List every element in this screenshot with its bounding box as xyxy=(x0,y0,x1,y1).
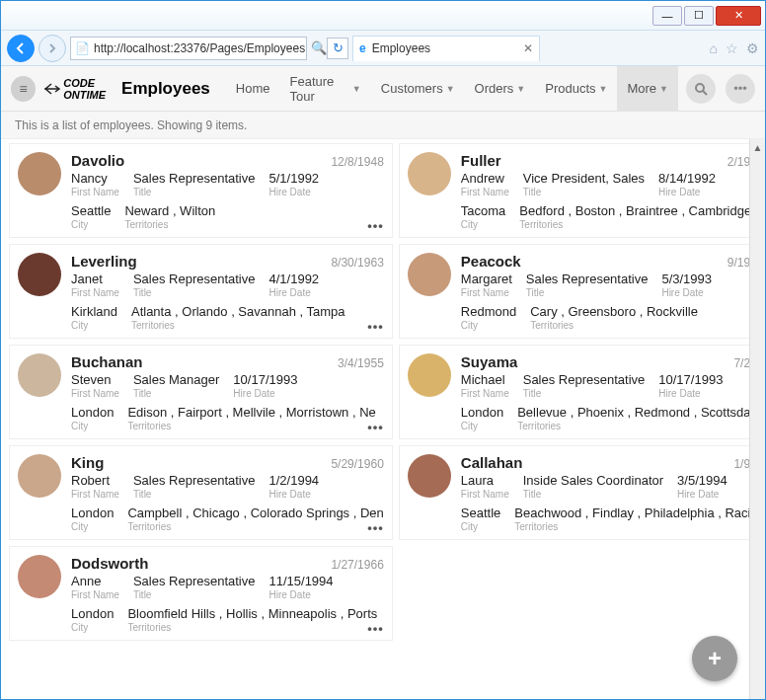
nav-orders[interactable]: Orders▼ xyxy=(465,66,536,112)
card-more-button[interactable]: ••• xyxy=(367,218,384,233)
territories: Bedford , Boston , Braintree , Cambridge… xyxy=(519,203,749,218)
window-close-button[interactable]: ✕ xyxy=(716,6,761,26)
favorites-icon[interactable]: ☆ xyxy=(726,40,738,56)
city: Redmond xyxy=(461,304,516,319)
first-name: Anne xyxy=(71,574,119,588)
app-logo: CODEONTIME xyxy=(43,77,106,101)
avatar xyxy=(18,555,61,598)
browser-chrome: 📄 http://localhost:23376/Pages/Employees… xyxy=(1,31,765,66)
city: London xyxy=(71,606,114,621)
hire-date: 5/3/1993 xyxy=(661,272,712,286)
more-button[interactable]: ••• xyxy=(726,74,755,104)
app-header: ≡ CODEONTIME Employees HomeFeature Tour▼… xyxy=(1,66,765,112)
city: London xyxy=(461,405,503,420)
employee-card[interactable]: Peacock9/19/1937MargaretFirst NameSales … xyxy=(399,244,749,339)
avatar xyxy=(18,454,61,498)
title: Sales Representative xyxy=(133,272,256,286)
tab-close-icon[interactable]: ✕ xyxy=(523,41,533,55)
first-name: Janet xyxy=(71,272,119,286)
employee-card[interactable]: Buchanan3/4/1955StevenFirst NameSales Ma… xyxy=(9,345,393,439)
list-status: This is a list of employees. Showing 9 i… xyxy=(1,112,765,139)
nav-feature-tour[interactable]: Feature Tour▼ xyxy=(280,66,371,112)
employee-card[interactable]: Suyama7/2/1963MichaelFirst NameSales Rep… xyxy=(399,345,749,439)
last-name: Buchanan xyxy=(71,353,143,370)
title: Sales Representative xyxy=(523,372,646,387)
card-more-button[interactable]: ••• xyxy=(367,319,384,334)
last-name: Callahan xyxy=(461,454,523,471)
birth-date: 1/9/1958 xyxy=(733,457,749,471)
chevron-down-icon: ▼ xyxy=(446,84,455,94)
tools-icon[interactable]: ⚙ xyxy=(746,40,759,56)
avatar xyxy=(408,152,451,195)
chevron-down-icon: ▼ xyxy=(352,84,361,94)
refresh-button[interactable]: ↻ xyxy=(327,38,348,59)
browser-back-button[interactable] xyxy=(7,35,35,62)
avatar xyxy=(18,152,61,195)
window-minimize-button[interactable]: — xyxy=(652,6,682,26)
avatar xyxy=(18,353,61,397)
employee-card[interactable]: King5/29/1960RobertFirst NameSales Repre… xyxy=(9,445,393,540)
title: Sales Representative xyxy=(133,473,256,488)
nav-products[interactable]: Products▼ xyxy=(535,66,617,112)
card-more-button[interactable]: ••• xyxy=(367,621,384,636)
territories: Neward , Wilton xyxy=(124,203,215,218)
browser-tab[interactable]: e Employees ✕ xyxy=(352,36,540,61)
city: London xyxy=(71,405,114,420)
address-bar[interactable]: 📄 http://localhost:23376/Pages/Employees… xyxy=(70,37,307,60)
first-name: Robert xyxy=(71,473,119,488)
window-titlebar: — ☐ ✕ xyxy=(1,1,765,31)
employee-card[interactable]: Callahan1/9/1958LauraFirst NameInside Sa… xyxy=(399,445,749,540)
scroll-up-icon[interactable]: ▲ xyxy=(750,139,765,155)
chevron-down-icon: ▼ xyxy=(599,84,608,94)
city: Seattle xyxy=(461,506,500,520)
title: Vice President, Sales xyxy=(523,171,645,186)
title: Sales Manager xyxy=(133,372,219,387)
browser-forward-button[interactable] xyxy=(38,35,66,62)
first-name: Andrew xyxy=(461,171,509,186)
territories: Campbell , Chicago , Colorado Springs , … xyxy=(127,506,383,520)
hire-date: 1/2/1994 xyxy=(268,473,319,488)
add-button[interactable]: + xyxy=(692,636,737,681)
first-name: Nancy xyxy=(71,171,119,186)
first-name: Laura xyxy=(461,473,509,488)
nav-more[interactable]: More▼ xyxy=(617,66,678,112)
birth-date: 2/19/1952 xyxy=(728,155,749,169)
birth-date: 3/4/1955 xyxy=(338,356,384,370)
title: Sales Representative xyxy=(133,171,256,186)
birth-date: 5/29/1960 xyxy=(331,457,383,471)
first-name: Michael xyxy=(461,372,509,387)
nav-customers[interactable]: Customers▼ xyxy=(371,66,465,112)
hire-date: 10/17/1993 xyxy=(233,372,297,387)
city: Tacoma xyxy=(461,203,506,218)
city: Seattle xyxy=(71,203,111,218)
employee-card[interactable]: Fuller2/19/1952AndrewFirst NameVice Pres… xyxy=(399,143,749,238)
last-name: Fuller xyxy=(461,152,501,169)
city: Kirkland xyxy=(71,304,117,319)
tab-title: Employees xyxy=(372,41,430,55)
svg-line-1 xyxy=(703,91,707,95)
avatar xyxy=(408,253,451,296)
title: Sales Representative xyxy=(133,574,256,588)
hire-date: 10/17/1993 xyxy=(658,372,723,387)
menu-button[interactable]: ≡ xyxy=(11,76,36,102)
last-name: Leverling xyxy=(71,253,137,270)
territories: Cary , Greensboro , Rockville xyxy=(530,304,698,319)
card-more-button[interactable]: ••• xyxy=(367,520,384,535)
employee-card[interactable]: Davolio12/8/1948NancyFirst NameSales Rep… xyxy=(9,143,393,238)
window-maximize-button[interactable]: ☐ xyxy=(684,6,714,26)
nav-home[interactable]: Home xyxy=(226,66,280,112)
territories: Bloomfield Hills , Hollis , Minneapolis … xyxy=(127,606,377,621)
url-text: http://localhost:23376/Pages/Employees.a… xyxy=(94,41,307,55)
home-icon[interactable]: ⌂ xyxy=(710,40,718,56)
search-button[interactable] xyxy=(686,74,716,104)
chevron-down-icon: ▼ xyxy=(516,84,525,94)
birth-date: 9/19/1937 xyxy=(728,256,749,270)
scrollbar[interactable]: ▲ xyxy=(749,139,765,699)
svg-point-0 xyxy=(696,84,704,92)
employee-card[interactable]: Leverling8/30/1963JanetFirst NameSales R… xyxy=(9,244,393,339)
employee-card[interactable]: Dodsworth1/27/1966AnneFirst NameSales Re… xyxy=(9,546,393,641)
birth-date: 8/30/1963 xyxy=(331,256,383,270)
territories: Atlanta , Orlando , Savannah , Tampa xyxy=(131,304,345,319)
search-icon[interactable]: 🔍 xyxy=(311,40,323,55)
card-more-button[interactable]: ••• xyxy=(367,420,384,434)
